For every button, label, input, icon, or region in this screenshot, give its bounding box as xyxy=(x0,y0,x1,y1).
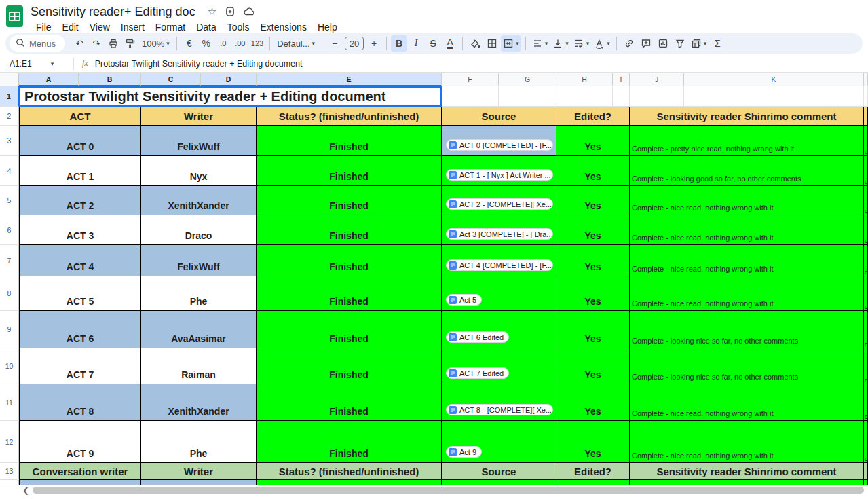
row-header-10[interactable]: 10 xyxy=(0,348,19,384)
column-header-C[interactable]: C xyxy=(141,73,201,86)
cloud-status-icon[interactable] xyxy=(244,6,256,17)
increase-font-size-button[interactable]: + xyxy=(366,35,382,52)
writer-cell[interactable]: Draco xyxy=(141,215,257,245)
act-cell[interactable]: ACT 0 xyxy=(19,126,141,156)
row-header-8[interactable]: 8 xyxy=(0,276,19,311)
empty-cell[interactable] xyxy=(613,86,630,107)
column-header-E[interactable]: E xyxy=(257,73,442,86)
edge-cell[interactable]: c xyxy=(864,186,868,215)
title-cell[interactable]: Protostar Twilight Sensitivity reader + … xyxy=(19,86,442,107)
edge-cell[interactable]: c xyxy=(864,126,868,156)
menu-edit[interactable]: Edit xyxy=(57,20,84,34)
table-views-button[interactable]: ▾ xyxy=(689,35,709,52)
star-icon[interactable]: ☆ xyxy=(208,5,216,18)
edited-cell[interactable]: Yes xyxy=(556,245,630,276)
comment-cell[interactable]: Complete - looking good so far, no other… xyxy=(630,156,864,186)
document-title[interactable]: Sensitivity reader+ Editing doc xyxy=(31,5,195,19)
row-header-1[interactable]: 1 xyxy=(0,86,19,107)
writer-cell[interactable]: FelixWuff xyxy=(141,126,257,156)
footer-cell-edge[interactable] xyxy=(864,463,868,480)
footer-cell-writer[interactable]: Writer xyxy=(141,463,257,480)
header-cell-source[interactable]: Source xyxy=(442,107,556,126)
cell[interactable] xyxy=(864,480,868,485)
status-cell[interactable]: Finished xyxy=(257,384,442,421)
text-rotation-button[interactable]: ▾ xyxy=(592,35,612,52)
sheets-logo-icon[interactable] xyxy=(5,5,24,28)
act-cell[interactable]: ACT 9 xyxy=(19,421,141,463)
status-cell[interactable]: Finished xyxy=(257,126,442,156)
source-cell[interactable]: ACT 1 - [ Nyx ] Act Writer ... xyxy=(442,156,556,186)
formula-input[interactable]: Protostar Twilight Sensitivity reader + … xyxy=(95,59,303,69)
edited-cell[interactable]: Yes xyxy=(556,384,630,421)
cell[interactable] xyxy=(141,480,257,485)
undo-button[interactable]: ↶ xyxy=(71,35,88,52)
header-cell-comment[interactable]: Sensitivity reader Shinrimo comment xyxy=(630,107,864,126)
status-cell[interactable]: Finished xyxy=(257,276,442,311)
number-format-button[interactable]: 123 xyxy=(249,35,265,52)
writer-cell[interactable]: AvaAasimar xyxy=(141,311,257,348)
writer-cell[interactable]: FelixWuff xyxy=(141,245,257,276)
doc-link-chip[interactable]: ACT 8 - [COMPLETE][ Xe... xyxy=(446,404,553,415)
act-cell[interactable]: ACT 1 xyxy=(19,156,141,186)
footer-cell-comment[interactable]: Sensitivity reader Shinrimo comment xyxy=(630,463,864,480)
column-header-A[interactable]: A xyxy=(19,73,79,86)
header-cell-edge[interactable] xyxy=(864,107,868,126)
zoom-select[interactable]: 100%▾ xyxy=(139,35,172,52)
edge-cell[interactable]: c xyxy=(864,348,868,384)
source-cell[interactable]: Act 9 xyxy=(442,421,556,463)
strikethrough-button[interactable]: S xyxy=(425,35,441,52)
comment-cell[interactable]: Complete - nice read, nothing wrong with… xyxy=(630,245,864,276)
comment-cell[interactable]: Complete - looking nice so far, no other… xyxy=(630,348,864,384)
edge-cell[interactable]: c xyxy=(864,156,868,186)
scrollbar-thumb[interactable] xyxy=(33,487,864,494)
act-cell[interactable]: ACT 4 xyxy=(19,245,141,276)
horizontal-align-button[interactable]: ▾ xyxy=(530,35,550,52)
status-cell[interactable]: Finished xyxy=(257,311,442,348)
cell[interactable] xyxy=(630,480,864,485)
borders-button[interactable] xyxy=(484,35,500,52)
column-header-F[interactable]: F xyxy=(442,73,499,86)
comment-cell[interactable]: Complete - looking nice so far, no other… xyxy=(630,311,864,348)
column-header-D[interactable]: D xyxy=(201,73,257,86)
row-header-5[interactable]: 5 xyxy=(0,186,19,215)
percent-format-button[interactable]: % xyxy=(198,35,214,52)
row-header-2[interactable]: 2 xyxy=(0,107,19,126)
column-header-H[interactable]: H xyxy=(556,73,613,86)
source-cell[interactable]: Act 3 [COMPLETE] - [ Dra... xyxy=(442,215,556,245)
row-header-13[interactable]: 13 xyxy=(0,463,19,480)
currency-format-button[interactable]: € xyxy=(181,35,197,52)
comment-cell[interactable]: Complete - nice read, nothing wrong with… xyxy=(630,186,864,215)
source-cell[interactable]: ACT 6 Edited xyxy=(442,311,556,348)
source-cell[interactable]: ACT 0 [COMPLETED] - [F... xyxy=(442,126,556,156)
comment-cell[interactable]: Complete - pretty nice read, nothing wro… xyxy=(630,126,864,156)
horizontal-scrollbar[interactable]: ❮ xyxy=(0,485,868,495)
empty-cell[interactable] xyxy=(864,86,868,107)
edited-cell[interactable]: Yes xyxy=(556,311,630,348)
status-cell[interactable]: Finished xyxy=(257,245,442,276)
row-header-11[interactable]: 11 xyxy=(0,384,19,421)
menu-file[interactable]: File xyxy=(31,20,57,34)
row-header-6[interactable]: 6 xyxy=(0,215,19,245)
edited-cell[interactable]: Yes xyxy=(556,126,630,156)
edge-cell[interactable]: c xyxy=(864,245,868,276)
print-button[interactable] xyxy=(105,35,121,52)
act-cell[interactable]: ACT 8 xyxy=(19,384,141,421)
decrease-decimal-button[interactable]: .0 xyxy=(215,35,231,52)
source-cell[interactable]: ACT 4 [COMPLETED] - [F... xyxy=(442,245,556,276)
header-cell-act[interactable]: ACT xyxy=(19,107,141,126)
row-header-12[interactable]: 12 xyxy=(0,421,19,463)
italic-button[interactable]: I xyxy=(408,35,424,52)
doc-link-chip[interactable]: Act 3 [COMPLETE] - [ Dra... xyxy=(446,228,553,240)
menu-insert[interactable]: Insert xyxy=(115,20,150,34)
source-cell[interactable]: ACT 8 - [COMPLETE][ Xe... xyxy=(442,384,556,421)
act-cell[interactable]: ACT 7 xyxy=(19,348,141,384)
vertical-align-button[interactable]: ▾ xyxy=(550,35,571,52)
column-header-B[interactable]: B xyxy=(79,73,141,86)
merge-cells-button[interactable]: ▾ xyxy=(501,35,521,52)
edge-cell[interactable]: c xyxy=(864,311,868,348)
row-header-14[interactable] xyxy=(0,480,19,485)
footer-cell-status[interactable]: Status? (finished/unfinished) xyxy=(257,463,442,480)
functions-button[interactable]: Σ xyxy=(709,35,725,52)
header-cell-status[interactable]: Status? (finished/unfinished) xyxy=(257,107,442,126)
writer-cell[interactable]: Phe xyxy=(141,421,257,463)
